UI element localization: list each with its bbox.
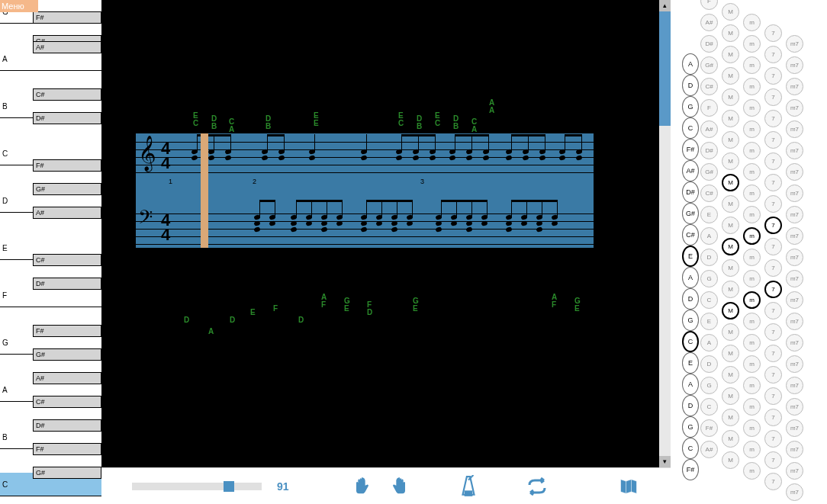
chord-button[interactable]: M [722,366,739,384]
chord-button[interactable]: C [700,291,718,309]
chord-button[interactable]: F [700,0,718,10]
bass-note-button[interactable]: G [682,96,699,117]
chord-button[interactable]: M [722,323,739,341]
chord-button[interactable]: m7 [786,334,803,352]
chord-button[interactable]: M [722,3,739,21]
chord-button[interactable]: m [743,35,761,53]
chord-button[interactable]: 7 [764,217,782,234]
chord-button[interactable]: m [743,462,761,480]
bass-note-button[interactable]: C [682,117,699,139]
chord-button[interactable]: m [743,56,761,74]
left-hand-button[interactable] [350,475,373,498]
bass-note-button[interactable]: G# [682,203,699,224]
chord-button[interactable]: m7 [786,377,803,394]
chord-button[interactable]: M [722,174,739,191]
chord-button[interactable]: m7 [786,419,803,437]
chord-button[interactable]: m7 [786,35,803,53]
chord-button[interactable]: m [743,206,761,223]
chord-button[interactable]: 7 [764,238,782,255]
bass-note-button[interactable]: F# [682,139,699,160]
chord-button[interactable]: m7 [786,249,803,266]
chord-button[interactable]: G [700,270,718,287]
chord-button[interactable]: m7 [786,120,803,138]
chord-button[interactable]: M [722,46,739,63]
chord-button[interactable]: m [743,99,761,117]
chord-button[interactable]: 7 [764,88,782,106]
chord-button[interactable]: m7 [786,398,803,416]
chord-button[interactable]: 7 [764,409,782,426]
piano-black-key[interactable]: G# [33,467,101,479]
scroll-thumb[interactable] [659,11,671,126]
bass-note-button[interactable]: D# [682,181,699,203]
chord-button[interactable]: A [700,227,718,245]
bass-note-button[interactable]: E [682,246,699,267]
chord-button[interactable]: A [700,334,718,352]
chord-button[interactable]: G [700,377,718,394]
tempo-slider-thumb[interactable] [224,481,234,492]
chord-button[interactable]: m [743,419,761,437]
chord-button[interactable]: m [743,14,761,31]
right-hand-button[interactable] [388,475,411,498]
menu-button[interactable]: Меню [0,0,38,12]
piano-black-key[interactable]: C# [33,88,101,101]
bass-note-button[interactable]: G [682,310,699,331]
chord-button[interactable]: 7 [764,451,782,469]
chord-button[interactable]: m [743,441,761,458]
chord-button[interactable]: 7 [764,195,782,213]
chord-button[interactable]: m [743,377,761,394]
chord-button[interactable]: E [700,206,718,223]
bass-note-button[interactable]: A# [682,160,699,181]
bass-note-button[interactable]: C# [682,224,699,246]
piano-black-key[interactable]: G# [33,183,101,195]
chord-button[interactable]: 7 [764,323,782,341]
bass-note-button[interactable]: A [682,374,699,395]
chord-button[interactable]: m7 [786,355,803,373]
chord-button[interactable]: D# [700,142,718,159]
chord-button[interactable]: D# [700,35,718,53]
chord-button[interactable]: m7 [786,291,803,309]
piano-black-key[interactable]: F# [33,443,101,455]
chord-button[interactable]: M [722,152,739,170]
piano-black-key[interactable]: F# [33,325,101,337]
bass-note-button[interactable]: C [682,438,699,459]
chord-button[interactable]: m [743,163,761,181]
chord-button[interactable]: M [722,302,739,319]
chord-button[interactable]: 7 [764,259,782,277]
map-view-button[interactable] [617,475,640,498]
chord-button[interactable]: m [743,398,761,416]
chord-button[interactable]: C [700,398,718,416]
chord-button[interactable]: 7 [764,473,782,490]
piano-black-key[interactable]: A# [33,41,101,53]
chord-button[interactable]: 7 [764,110,782,127]
piano-black-key[interactable]: F# [33,11,101,24]
chord-button[interactable]: 7 [764,387,782,405]
chord-button[interactable]: M [722,409,739,426]
chord-button[interactable]: m7 [786,142,803,159]
scroll-down-button[interactable]: ▾ [659,456,671,467]
chord-button[interactable]: m7 [786,78,803,95]
chord-button[interactable]: m7 [786,227,803,245]
chord-button[interactable]: 7 [764,131,782,149]
chord-button[interactable]: m [743,78,761,95]
chord-button[interactable]: F [700,99,718,117]
chord-button[interactable]: m [743,291,761,309]
chord-button[interactable]: C# [700,78,718,95]
bass-note-button[interactable]: E [682,352,699,374]
chord-button[interactable]: M [722,131,739,149]
piano-black-key[interactable]: F# [33,159,101,172]
chord-button[interactable]: m7 [786,56,803,74]
chord-button[interactable]: M [722,430,739,448]
bass-note-button[interactable]: C [682,331,699,352]
piano-black-key[interactable]: A# [33,207,101,219]
chord-button[interactable]: E [700,313,718,330]
chord-button[interactable]: 7 [764,345,782,362]
chord-button[interactable]: M [722,345,739,362]
chord-button[interactable]: m7 [786,270,803,287]
chord-button[interactable]: m7 [786,483,803,501]
chord-button[interactable]: m [743,334,761,352]
chord-button[interactable]: 7 [764,152,782,170]
chord-button[interactable]: m7 [786,313,803,330]
chord-button[interactable]: 7 [764,281,782,298]
chord-button[interactable]: D [700,355,718,373]
chord-button[interactable]: M [722,259,739,277]
